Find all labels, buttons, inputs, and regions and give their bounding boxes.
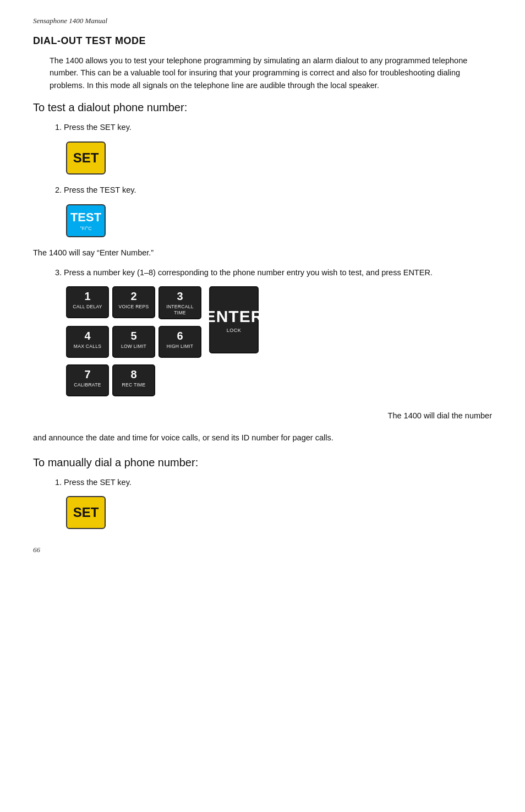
test-key[interactable]: TEST °F/°C xyxy=(66,204,106,237)
step1b-text: 1. Press the SET key. xyxy=(33,477,492,489)
after-keypad-continued: and announce the date and time for voice… xyxy=(33,432,492,444)
num-label-3: INTERCALL TIME xyxy=(162,304,198,315)
num-key-4[interactable]: 4 MAX CALLS xyxy=(66,326,109,358)
subsection2-title: To manually dial a phone number: xyxy=(33,456,492,469)
step3-text: 3. Press a number key (1–8) correspondin… xyxy=(33,267,492,279)
num-label-7: CALIBRATE xyxy=(74,382,101,388)
set-key-2[interactable]: SET xyxy=(66,496,106,529)
numkeys-grid: 1 CALL DELAY 2 VOICE REPS 3 INTERCALL TI… xyxy=(33,286,492,399)
set-key-1[interactable]: SET xyxy=(66,141,106,175)
test-key-sublabel: °F/°C xyxy=(80,226,92,231)
subsection1-title: To test a dialout phone number: xyxy=(33,101,492,114)
page-number: 66 xyxy=(33,546,492,554)
after-test-text: The 1400 will say “Enter Number.” xyxy=(33,247,492,259)
set-key-label-2: SET xyxy=(73,505,99,520)
num-digit-5: 5 xyxy=(130,329,136,342)
num-digit-8: 8 xyxy=(130,368,136,381)
intro-text: The 1400 allows you to test your telepho… xyxy=(33,55,492,91)
page-header: Sensaphone 1400 Manual xyxy=(33,17,492,25)
set-key-container-2: SET xyxy=(33,496,492,529)
test-key-container: TEST °F/°C xyxy=(33,204,492,237)
num-key-6[interactable]: 6 HIGH LIMIT xyxy=(158,326,201,358)
num-label-5: LOW LIMIT xyxy=(121,344,146,349)
enter-key-sublabel: LOCK xyxy=(227,328,242,333)
num-key-3[interactable]: 3 INTERCALL TIME xyxy=(158,286,201,319)
num-key-7[interactable]: 7 CALIBRATE xyxy=(66,364,109,396)
num-digit-4: 4 xyxy=(84,329,90,342)
num-digit-2: 2 xyxy=(130,290,136,303)
num-label-1: CALL DELAY xyxy=(73,304,102,309)
num-key-8[interactable]: 8 REC TIME xyxy=(112,364,155,396)
step2-text: 2. Press the TEST key. xyxy=(33,184,492,197)
num-label-4: MAX CALLS xyxy=(74,344,101,349)
num-digit-3: 3 xyxy=(177,290,183,303)
num-digit-7: 7 xyxy=(84,368,90,381)
set-key-container-1: SET xyxy=(33,141,492,175)
enter-key[interactable]: ENTER LOCK xyxy=(209,286,259,353)
num-label-8: REC TIME xyxy=(122,382,146,388)
num-key-2[interactable]: 2 VOICE REPS xyxy=(112,286,155,318)
after-keypad-right: The 1400 will dial the number xyxy=(33,410,492,422)
test-key-label: TEST xyxy=(70,210,101,225)
num-label-6: HIGH LIMIT xyxy=(167,344,193,349)
set-key-label-1: SET xyxy=(73,150,99,166)
section-title: DIAL-OUT TEST MODE xyxy=(33,35,492,47)
num-key-5[interactable]: 5 LOW LIMIT xyxy=(112,326,155,358)
num-digit-1: 1 xyxy=(84,290,90,303)
num-key-1[interactable]: 1 CALL DELAY xyxy=(66,286,109,318)
step1-text: 1. Press the SET key. xyxy=(33,122,492,134)
num-digit-6: 6 xyxy=(177,329,183,342)
num-label-2: VOICE REPS xyxy=(119,304,149,309)
enter-key-label: ENTER xyxy=(205,307,264,325)
